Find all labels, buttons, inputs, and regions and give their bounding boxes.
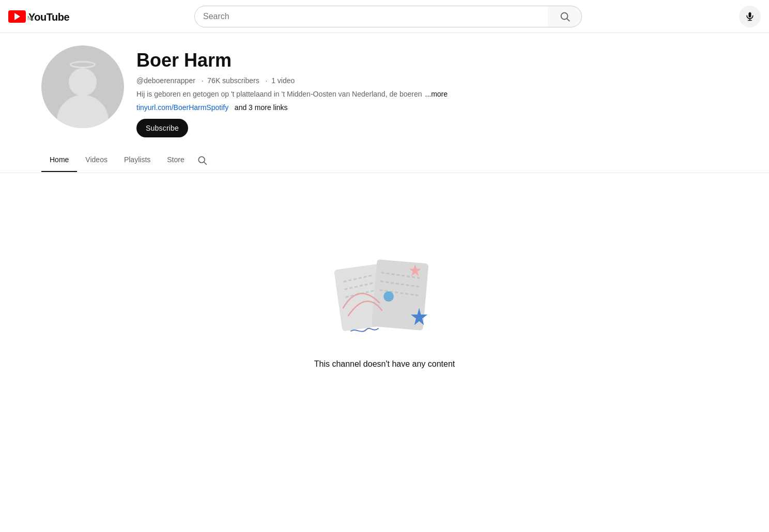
channel-description-text: Hij is geboren en getogen op 't plattela… <box>136 90 422 98</box>
channel-header: Boer Harm @deboerenrapper · 76K subscrib… <box>0 33 769 148</box>
channel-meta: @deboerenrapper · 76K subscribers · 1 vi… <box>136 76 728 85</box>
channel-handle: @deboerenrapper <box>136 76 195 85</box>
main-content: This channel doesn't have any content <box>0 173 769 431</box>
microphone-icon <box>745 11 755 22</box>
site-header: YouTube NL <box>0 0 769 33</box>
youtube-country: NL <box>27 16 69 21</box>
search-button[interactable] <box>548 6 582 27</box>
empty-state-message: This channel doesn't have any content <box>314 359 455 369</box>
header-search-area <box>194 6 582 27</box>
channel-video-count: 1 video <box>271 76 295 85</box>
tab-home[interactable]: Home <box>41 148 77 172</box>
tab-videos[interactable]: Videos <box>77 148 116 172</box>
empty-illustration <box>322 236 447 349</box>
avatar-body <box>57 95 109 128</box>
search-input[interactable] <box>194 6 548 27</box>
tab-store[interactable]: Store <box>159 148 192 172</box>
tab-search-icon <box>197 155 207 165</box>
channel-more-links: and 3 more links <box>235 103 288 112</box>
channel-links: tinyurl.com/BoerHarmSpotify and 3 more l… <box>136 103 728 112</box>
channel-avatar <box>41 45 124 128</box>
svg-point-15 <box>383 291 394 302</box>
svg-line-1 <box>567 19 570 21</box>
channel-avatar-container <box>41 45 124 128</box>
youtube-logo-link[interactable]: YouTube NL <box>8 10 69 23</box>
voice-search-button[interactable] <box>739 6 761 27</box>
tab-playlists[interactable]: Playlists <box>116 148 159 172</box>
search-icon <box>559 11 571 22</box>
channel-name: Boer Harm <box>136 50 728 71</box>
channel-info: Boer Harm @deboerenrapper · 76K subscrib… <box>41 45 728 148</box>
avatar-halo <box>70 61 96 68</box>
svg-point-0 <box>561 12 567 19</box>
channel-description: Hij is geboren en getogen op 't plattela… <box>136 90 728 98</box>
avatar-person-graphic <box>41 68 124 128</box>
tab-search-button[interactable] <box>193 148 211 173</box>
channel-details: Boer Harm @deboerenrapper · 76K subscrib… <box>136 45 728 137</box>
header-logo-area: YouTube NL <box>8 10 112 23</box>
search-form <box>194 6 582 27</box>
channel-subscribers: 76K subscribers <box>207 76 259 85</box>
youtube-icon <box>8 10 26 23</box>
subscribe-button[interactable]: Subscribe <box>136 119 188 137</box>
channel-tabs: Home Videos Playlists Store <box>0 148 769 173</box>
description-more-link[interactable]: ...more <box>425 90 448 98</box>
svg-line-6 <box>204 162 207 165</box>
empty-state: This channel doesn't have any content <box>314 236 455 369</box>
header-right-area <box>739 6 761 27</box>
avatar-head <box>69 68 97 96</box>
channel-external-link[interactable]: tinyurl.com/BoerHarmSpotify <box>136 103 228 112</box>
no-content-illustration <box>322 236 447 349</box>
svg-rect-2 <box>749 12 751 17</box>
